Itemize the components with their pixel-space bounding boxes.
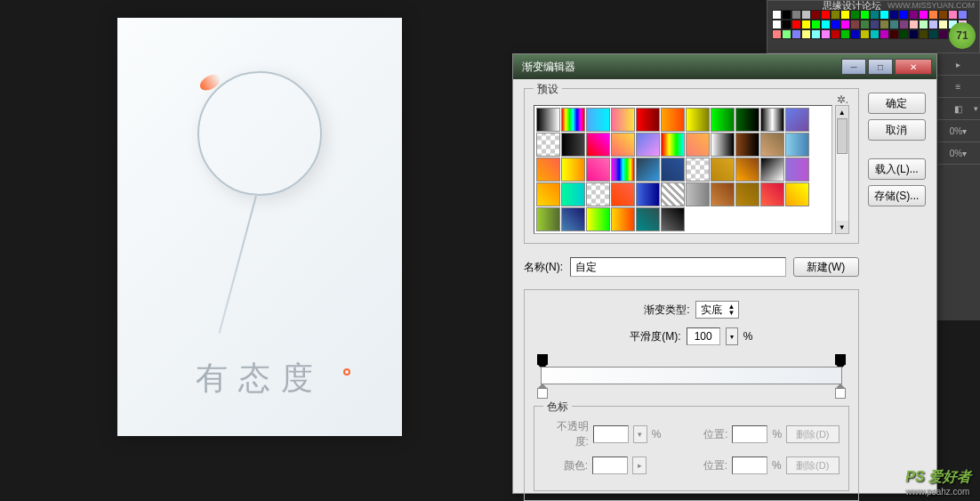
gradient-preset[interactable]	[561, 133, 585, 157]
swatch[interactable]	[831, 29, 840, 39]
swatch[interactable]	[772, 20, 782, 29]
gradient-preset[interactable]	[536, 207, 560, 231]
panel-icon[interactable]: ▸	[936, 53, 980, 76]
gradient-preset[interactable]	[586, 108, 610, 132]
swatch[interactable]	[860, 10, 870, 20]
scroll-down-icon[interactable]: ▼	[836, 221, 848, 233]
swatch[interactable]	[938, 10, 948, 20]
swatch[interactable]	[831, 10, 840, 20]
gradient-preset[interactable]	[636, 108, 660, 132]
gradient-preset[interactable]	[611, 182, 635, 206]
swatch[interactable]	[840, 20, 850, 29]
swatch[interactable]	[958, 10, 968, 20]
gradient-preset[interactable]	[711, 182, 735, 206]
gradient-preset[interactable]	[611, 207, 635, 231]
swatch[interactable]	[889, 29, 899, 39]
gradient-preset[interactable]	[661, 182, 685, 206]
close-button[interactable]: ✕	[895, 59, 932, 75]
swatch[interactable]	[909, 20, 919, 29]
swatch[interactable]	[860, 20, 870, 29]
swatch[interactable]	[782, 20, 791, 29]
swatch[interactable]	[821, 29, 831, 39]
gradient-preset[interactable]	[636, 207, 660, 231]
dialog-titlebar[interactable]: 渐变编辑器 ─ □ ✕	[513, 54, 936, 79]
delete-color-button[interactable]: 删除(D)	[786, 457, 839, 474]
gradient-preset[interactable]	[586, 182, 610, 206]
gradient-preset[interactable]	[760, 133, 784, 157]
gradient-preset[interactable]	[785, 108, 809, 132]
smoothness-input[interactable]	[687, 327, 720, 345]
swatch[interactable]	[782, 10, 791, 20]
swatch[interactable]	[870, 10, 880, 20]
gradient-preset[interactable]	[536, 182, 560, 206]
color-stop-left[interactable]	[537, 388, 548, 399]
swatch[interactable]	[850, 29, 860, 39]
swatch[interactable]	[782, 29, 791, 39]
swatch[interactable]	[919, 20, 928, 29]
swatch[interactable]	[899, 29, 909, 39]
gradient-preset[interactable]	[686, 158, 710, 182]
gradient-preset[interactable]	[611, 133, 635, 157]
gradient-preset[interactable]	[785, 158, 809, 182]
panel-icon[interactable]: ≡	[936, 76, 980, 98]
scroll-thumb[interactable]	[837, 118, 847, 154]
gradient-preset[interactable]	[735, 108, 759, 132]
swatch[interactable]	[928, 20, 938, 29]
panel-opacity[interactable]: 0%▾	[936, 142, 980, 165]
minimize-button[interactable]: ─	[841, 59, 866, 75]
gradient-preset[interactable]	[561, 158, 585, 182]
gradient-preset[interactable]	[586, 207, 610, 231]
cancel-button[interactable]: 取消	[868, 119, 926, 141]
new-button[interactable]: 新建(W)	[793, 257, 859, 277]
gradient-preset[interactable]	[735, 158, 759, 182]
opacity-input[interactable]	[593, 425, 629, 443]
swatch[interactable]	[840, 29, 850, 39]
gradient-preset[interactable]	[686, 133, 710, 157]
swatch[interactable]	[801, 29, 811, 39]
swatch[interactable]	[899, 10, 909, 20]
gradient-preset[interactable]	[661, 207, 685, 231]
gradient-preset[interactable]	[735, 133, 759, 157]
color-picker-arrow[interactable]: ▸	[632, 457, 647, 474]
gradient-preset[interactable]	[760, 108, 784, 132]
gradient-type-select[interactable]: 实底 ▲▼	[695, 301, 739, 319]
gradient-preset[interactable]	[536, 158, 560, 182]
swatch[interactable]	[909, 10, 919, 20]
swatch[interactable]	[909, 29, 919, 39]
swatch[interactable]	[870, 29, 880, 39]
swatch[interactable]	[772, 10, 782, 20]
panel-tab-icon[interactable]: ◧▾	[936, 98, 980, 120]
swatch[interactable]	[791, 29, 801, 39]
gradient-preset[interactable]	[711, 108, 735, 132]
swatch[interactable]	[928, 10, 938, 20]
gradient-preset[interactable]	[561, 207, 585, 231]
swatch[interactable]	[889, 20, 899, 29]
gradient-preset[interactable]	[561, 108, 585, 132]
swatch[interactable]	[870, 20, 880, 29]
smoothness-dropdown[interactable]: ▾	[726, 327, 738, 345]
swatch[interactable]	[791, 20, 801, 29]
gradient-preset[interactable]	[735, 182, 759, 206]
gradient-preset[interactable]	[636, 182, 660, 206]
gradient-preset[interactable]	[686, 182, 710, 206]
swatch[interactable]	[938, 29, 948, 39]
gradient-preset[interactable]	[661, 133, 685, 157]
swatch[interactable]	[899, 20, 909, 29]
gradient-preset[interactable]	[661, 158, 685, 182]
panel-opacity[interactable]: 0%▾	[936, 120, 980, 142]
gradient-preset[interactable]	[636, 158, 660, 182]
save-button[interactable]: 存储(S)...	[868, 185, 926, 206]
gradient-preset[interactable]	[611, 158, 635, 182]
delete-opacity-button[interactable]: 删除(D)	[786, 425, 839, 443]
swatch[interactable]	[919, 29, 928, 39]
swatch[interactable]	[811, 29, 821, 39]
color-swatch-input[interactable]	[592, 457, 628, 474]
gradient-preset[interactable]	[785, 182, 809, 206]
gradient-preset[interactable]	[586, 158, 610, 182]
swatch[interactable]	[850, 10, 860, 20]
swatch[interactable]	[938, 20, 948, 29]
gradient-preset[interactable]	[760, 158, 784, 182]
scroll-up-icon[interactable]: ▲	[836, 106, 848, 118]
swatch[interactable]	[928, 29, 938, 39]
swatch[interactable]	[948, 10, 958, 20]
